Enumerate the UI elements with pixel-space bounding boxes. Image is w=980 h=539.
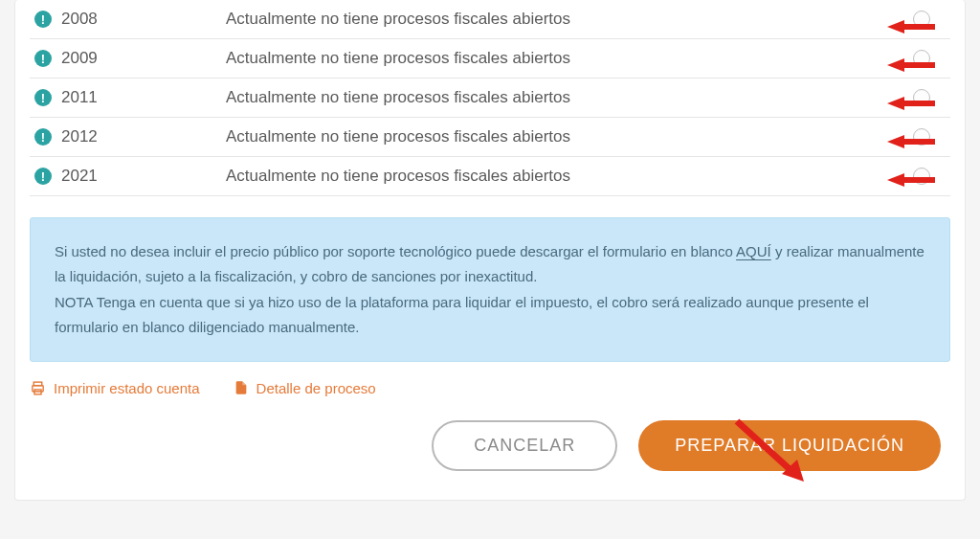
notice-nota-text: Tenga en cuenta que si ya hizo uso de la… (55, 294, 869, 335)
printer-icon (30, 380, 46, 396)
cancel-button[interactable]: CANCELAR (432, 420, 617, 471)
year-label: 2008 (61, 10, 98, 29)
select-radio[interactable] (913, 11, 930, 28)
detail-link[interactable]: Detalle de proceso (234, 379, 376, 396)
document-icon (234, 379, 249, 396)
print-link-label: Imprimir estado cuenta (54, 380, 200, 396)
info-icon: ! (34, 11, 52, 28)
buttons-row: CANCELAR PREPARAR LIQUIDACIÓN (30, 420, 950, 471)
select-radio[interactable] (913, 89, 930, 106)
table-row: ! 2009 Actualmente no tiene procesos fis… (30, 39, 950, 79)
select-radio[interactable] (913, 128, 930, 146)
table-row: ! 2011 Actualmente no tiene procesos fis… (30, 79, 950, 118)
status-text: Actualmente no tiene procesos fiscales a… (226, 88, 898, 107)
status-text: Actualmente no tiene procesos fiscales a… (226, 167, 898, 186)
status-text: Actualmente no tiene procesos fiscales a… (226, 10, 898, 29)
select-radio[interactable] (913, 168, 930, 185)
select-radio[interactable] (913, 50, 930, 67)
print-link[interactable]: Imprimir estado cuenta (30, 379, 200, 396)
info-icon: ! (34, 50, 52, 67)
table-row: ! 2008 Actualmente no tiene procesos fis… (30, 0, 950, 39)
table-row: ! 2012 Actualmente no tiene procesos fis… (30, 118, 950, 157)
notice-box: Si usted no desea incluir el precio públ… (30, 217, 950, 362)
table-row: ! 2021 Actualmente no tiene procesos fis… (30, 157, 950, 196)
year-label: 2012 (61, 127, 98, 146)
detail-link-label: Detalle de proceso (256, 380, 376, 396)
prepare-button[interactable]: PREPARAR LIQUIDACIÓN (638, 420, 941, 471)
links-row: Imprimir estado cuenta Detalle de proces… (30, 379, 950, 396)
info-icon: ! (34, 168, 52, 185)
info-icon: ! (34, 89, 52, 106)
status-text: Actualmente no tiene procesos fiscales a… (226, 127, 898, 146)
year-label: 2011 (61, 88, 98, 107)
year-label: 2021 (61, 167, 98, 186)
notice-link[interactable]: AQUÍ (736, 243, 771, 259)
status-text: Actualmente no tiene procesos fiscales a… (226, 49, 898, 68)
year-label: 2009 (61, 49, 98, 68)
notice-nota-label: NOTA (55, 294, 93, 310)
main-panel: ! 2008 Actualmente no tiene procesos fis… (14, 0, 966, 501)
info-icon: ! (34, 128, 52, 146)
notice-text-1: Si usted no desea incluir el precio públ… (55, 243, 736, 259)
